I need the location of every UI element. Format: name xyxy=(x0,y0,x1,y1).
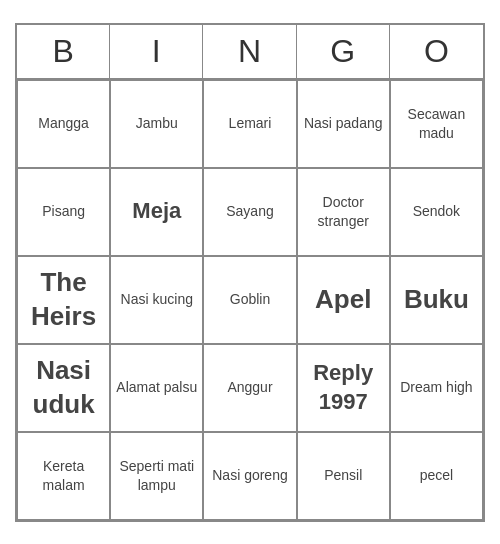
header-letter: I xyxy=(110,25,203,78)
bingo-cell: Buku xyxy=(390,256,483,344)
bingo-cell: Lemari xyxy=(203,80,296,168)
bingo-cell: Pisang xyxy=(17,168,110,256)
bingo-cell: Nasi padang xyxy=(297,80,390,168)
header-letter: N xyxy=(203,25,296,78)
bingo-cell: Nasi goreng xyxy=(203,432,296,520)
bingo-cell: Mangga xyxy=(17,80,110,168)
bingo-cell: Nasi uduk xyxy=(17,344,110,432)
bingo-header: BINGO xyxy=(17,25,483,80)
header-letter: B xyxy=(17,25,110,78)
bingo-card: BINGO ManggaJambuLemariNasi padangSecawa… xyxy=(15,23,485,522)
bingo-cell: Sendok xyxy=(390,168,483,256)
bingo-cell: Sayang xyxy=(203,168,296,256)
bingo-cell: Nasi kucing xyxy=(110,256,203,344)
bingo-cell: Alamat palsu xyxy=(110,344,203,432)
bingo-cell: Apel xyxy=(297,256,390,344)
bingo-cell: Jambu xyxy=(110,80,203,168)
bingo-cell: Secawan madu xyxy=(390,80,483,168)
bingo-cell: Goblin xyxy=(203,256,296,344)
bingo-cell: Meja xyxy=(110,168,203,256)
bingo-cell: Kereta malam xyxy=(17,432,110,520)
bingo-grid: ManggaJambuLemariNasi padangSecawan madu… xyxy=(17,80,483,520)
bingo-cell: The Heirs xyxy=(17,256,110,344)
bingo-cell: Seperti mati lampu xyxy=(110,432,203,520)
bingo-cell: Dream high xyxy=(390,344,483,432)
bingo-cell: Doctor stranger xyxy=(297,168,390,256)
bingo-cell: Reply 1997 xyxy=(297,344,390,432)
bingo-cell: Pensil xyxy=(297,432,390,520)
bingo-cell: Anggur xyxy=(203,344,296,432)
header-letter: G xyxy=(297,25,390,78)
bingo-cell: pecel xyxy=(390,432,483,520)
header-letter: O xyxy=(390,25,483,78)
